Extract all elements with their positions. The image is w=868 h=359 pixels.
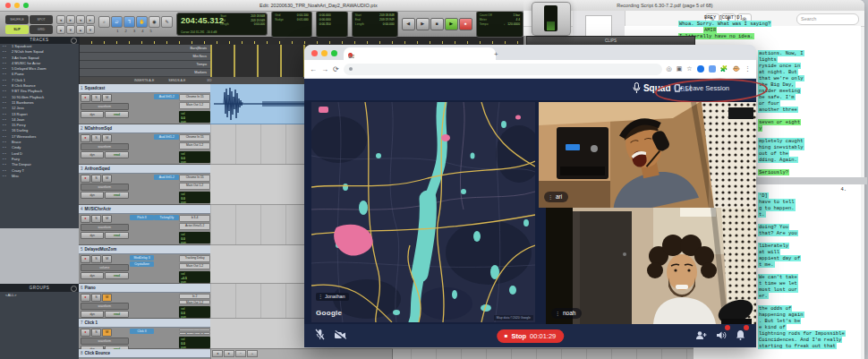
track-row[interactable]: 5DelayedMuxZom ● S M volume dyn read bbox=[79, 245, 210, 284]
edit-mode-button[interactable]: SLIP bbox=[5, 25, 29, 34]
scrubber-tool-icon[interactable]: ◉ bbox=[149, 16, 160, 28]
ruler-label[interactable]: Tempo bbox=[79, 61, 210, 69]
reload-icon[interactable]: ⟳ bbox=[333, 65, 339, 73]
zoom-arrow-icon[interactable]: ▾ bbox=[66, 25, 75, 34]
edit-mode-button[interactable]: SPOT bbox=[30, 15, 53, 24]
scroll-right-icon[interactable]: ▸ bbox=[224, 350, 234, 357]
dyn-button[interactable]: dyn bbox=[81, 311, 104, 318]
input-selector[interactable]: Chrome In 15 bbox=[179, 175, 210, 182]
track-row[interactable]: 1Squadcast ● S M waveform dyn read bbox=[79, 84, 210, 124]
track-view-selector[interactable]: waveform bbox=[81, 303, 129, 310]
track-name[interactable]: 1Squadcast bbox=[79, 84, 210, 93]
dyn-button[interactable]: dyn bbox=[81, 151, 104, 158]
output-selector[interactable]: Main Out 1-2 bbox=[179, 183, 210, 190]
insert-chip[interactable]: Click II bbox=[130, 329, 155, 334]
dyn-button[interactable]: dyn bbox=[81, 272, 104, 279]
zoom-out-icon[interactable]: − bbox=[235, 350, 246, 357]
kebab-icon[interactable]: ⋮ bbox=[548, 192, 553, 202]
zoom-arrow-icon[interactable]: ◂ bbox=[76, 15, 85, 24]
output-selector[interactable]: Main Out 1-2 bbox=[179, 300, 210, 305]
solo-button[interactable]: S bbox=[91, 215, 101, 223]
groups-panel-header[interactable]: GROUPS bbox=[0, 284, 79, 292]
forward-icon[interactable]: → bbox=[321, 65, 328, 73]
close-icon[interactable] bbox=[5, 3, 11, 8]
track-name[interactable]: 5DelayedMuxZom bbox=[79, 245, 210, 254]
mute-button[interactable]: M bbox=[102, 94, 112, 102]
automation-mode-button[interactable]: read bbox=[105, 151, 128, 158]
mute-button[interactable]: M bbox=[102, 329, 112, 337]
output-selector[interactable]: Main Out 1-2 bbox=[179, 263, 210, 270]
record-enable-button[interactable]: ● bbox=[81, 94, 90, 102]
zoom-in-icon[interactable]: + bbox=[247, 350, 258, 357]
tempo-panel[interactable]: Count Off1 bar Meter4 4 Tempo♩ 120.0000 bbox=[476, 11, 523, 38]
track-view-selector[interactable]: waveform bbox=[81, 103, 129, 110]
mute-button[interactable]: M bbox=[102, 134, 112, 142]
input-selector[interactable]: no input bbox=[179, 329, 210, 331]
target-ext-icon[interactable]: ◎ bbox=[667, 65, 672, 73]
participant-name-chip[interactable]: ⋮noah bbox=[551, 308, 582, 319]
automation-mode-button[interactable]: read bbox=[105, 232, 128, 239]
solo-button[interactable]: S bbox=[91, 134, 101, 142]
blue-square-ext-icon[interactable] bbox=[709, 65, 716, 73]
zoom-arrow-icon[interactable]: ▴ bbox=[76, 25, 85, 34]
track-view-selector[interactable]: waveform bbox=[81, 184, 129, 191]
output-selector[interactable]: Main Out 1-2 bbox=[179, 102, 210, 109]
panel-menu-icon[interactable] bbox=[71, 38, 77, 44]
tab-close-icon[interactable]: × bbox=[348, 53, 354, 59]
record-enable-button[interactable]: ● bbox=[81, 175, 90, 183]
browser-menu-icon[interactable]: ⋮ bbox=[745, 65, 751, 73]
output-selector[interactable]: Actor-Virtu/1-2 bbox=[179, 223, 210, 230]
track-row[interactable]: 6Piano ● S M waveform dyn read bbox=[79, 284, 210, 319]
horizontal-scrollbar[interactable]: ◂ ▸ − + bbox=[210, 348, 393, 359]
play-button[interactable]: ▶ bbox=[445, 18, 458, 30]
ruler-label[interactable]: Min:Secs bbox=[79, 53, 210, 61]
mic-muted-icon[interactable] bbox=[315, 328, 325, 344]
video-tile-noah[interactable]: ⋮noah bbox=[546, 208, 756, 324]
track-name[interactable]: 4MUSICforActr bbox=[79, 205, 210, 214]
video-tile-ari[interactable]: ⋮ari bbox=[539, 102, 756, 208]
selection-panel[interactable]: Start203:18.848 End203:19.949 Length0:00… bbox=[352, 11, 398, 38]
browser-tab[interactable]: 🎙 SquadCast 🎙 🎙 × bbox=[344, 47, 496, 60]
automation-mode-button[interactable]: read bbox=[105, 111, 128, 118]
record-button[interactable]: ● bbox=[459, 18, 472, 30]
track-visibility-icon[interactable]: ▪ ▪ bbox=[3, 174, 12, 179]
track-name[interactable]: 6Piano bbox=[79, 284, 210, 293]
preroll-panel[interactable]: 0:00.000 0:00.000 0:00.350 bbox=[316, 11, 348, 38]
zoom-window-icon[interactable] bbox=[23, 3, 29, 8]
send-chip[interactable]: TickingDly bbox=[154, 215, 179, 220]
zoom-arrow-icon[interactable]: ◂ bbox=[56, 15, 65, 24]
dyn-button[interactable]: dyn bbox=[81, 111, 104, 118]
dyn-button[interactable]: dyn bbox=[81, 232, 104, 239]
kebab-icon[interactable]: ⋮ bbox=[318, 293, 323, 301]
track-row[interactable]: 8Click Bounce ● S M waveform bbox=[79, 349, 210, 359]
main-counter-value[interactable]: 204:45.312 bbox=[181, 15, 224, 25]
solo-button[interactable]: S bbox=[91, 294, 101, 302]
solo-button[interactable]: S bbox=[91, 94, 101, 102]
mute-button[interactable]: M bbox=[102, 175, 112, 183]
close-icon[interactable] bbox=[311, 50, 318, 56]
track-row[interactable]: 2NOahfromSqd ● S M waveform dyn read bbox=[79, 124, 210, 165]
blue-circle-ext-icon[interactable] bbox=[697, 65, 704, 73]
input-selector[interactable]: In 2 bbox=[179, 294, 210, 299]
zoomer-tool-icon[interactable]: ⌕ bbox=[98, 16, 110, 28]
track-list-item[interactable]: ▪ ▪Misc bbox=[0, 174, 79, 179]
kebab-icon[interactable]: ⋮ bbox=[555, 308, 560, 319]
participant-name-chip[interactable]: ⋮ari bbox=[544, 192, 568, 202]
track-view-selector[interactable]: waveform bbox=[81, 143, 129, 150]
edit-mode-button[interactable]: SHUFFLE bbox=[5, 15, 29, 24]
camera-muted-icon[interactable] bbox=[334, 328, 346, 344]
edit-mode-button[interactable]: GRID bbox=[30, 25, 53, 34]
maximize-icon[interactable] bbox=[331, 50, 337, 56]
insert-chip[interactable]: Crystallizer bbox=[130, 261, 155, 267]
extensions-puzzle-icon[interactable]: 🧩 bbox=[720, 65, 728, 73]
bookmark-star-icon[interactable]: ☆ bbox=[686, 65, 692, 73]
insert-chip[interactable]: Pitch II bbox=[130, 215, 155, 220]
scroll-left-icon[interactable]: ◂ bbox=[212, 350, 223, 357]
zoom-arrow-icon[interactable]: ▸ bbox=[66, 15, 75, 24]
protools-titlebar[interactable]: Edit: 20200630_TPR_NoahAri_Day2_RAWAUDIO… bbox=[0, 0, 523, 12]
track-view-selector[interactable]: waveform bbox=[81, 224, 129, 231]
track-view-selector[interactable]: waveform bbox=[81, 338, 129, 345]
insert-chip[interactable]: ModDelay 3 bbox=[130, 255, 155, 261]
track-name[interactable]: 8Click Bounce bbox=[79, 349, 210, 358]
rewind-button[interactable]: ◀ bbox=[402, 18, 415, 30]
